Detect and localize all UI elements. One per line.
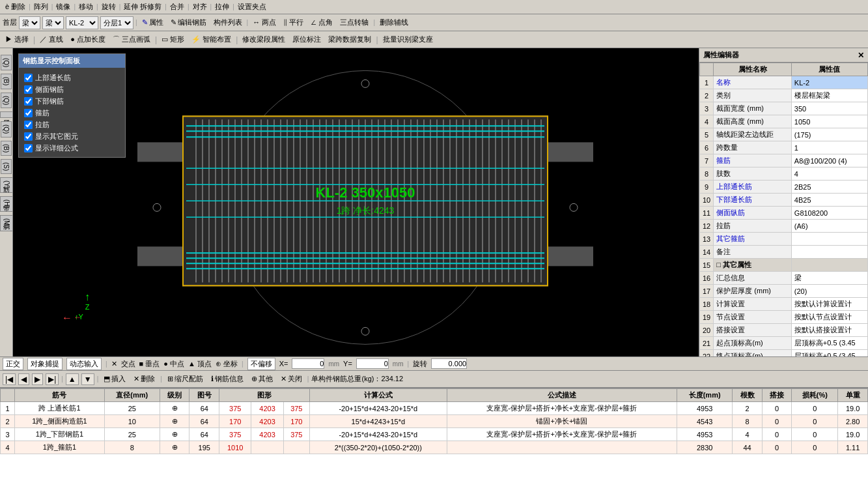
btn-insert[interactable]: ⬒ 插入 — [101, 373, 128, 384]
left-tab-belt[interactable]: 带(H) — [0, 196, 13, 212]
prop-val[interactable]: A8@100/200 (4) — [791, 154, 867, 167]
btn-batch-identify[interactable]: 批量识别梁支座 — [380, 34, 436, 45]
prop-val[interactable]: (20) — [791, 285, 867, 298]
btn-other[interactable]: ⊕ 其他 — [249, 373, 275, 384]
prop-val[interactable]: G8108200 — [791, 207, 867, 220]
left-tab-wall[interactable]: 层墙 — [0, 111, 13, 118]
btn-point-angle[interactable]: ∠ 点角 — [308, 17, 335, 28]
prop-val[interactable] — [791, 233, 867, 246]
left-tab-muscle[interactable]: 肌(M) — [0, 215, 13, 231]
snap-midpoint2[interactable]: ● 中点 — [163, 359, 184, 369]
btn-properties[interactable]: ✎ 属性 — [139, 17, 166, 28]
x-input[interactable] — [292, 358, 324, 369]
prop-val[interactable]: 1 — [791, 141, 867, 154]
prop-val[interactable]: 按默认搭接设置计 — [791, 324, 867, 337]
prop-val[interactable]: 按默认计算设置计 — [791, 298, 867, 311]
btn-smart-layout[interactable]: ⚡ 智能布置 — [189, 34, 234, 45]
prop-val[interactable]: 按默认节点设置计 — [791, 311, 867, 324]
beam-type-select[interactable]: 梁 — [42, 16, 64, 29]
checkbox-upper-bar[interactable]: 上部通长筋 — [24, 73, 120, 83]
nav-up[interactable]: ▲ — [66, 373, 79, 385]
toolbar-mirror[interactable]: 镜像 — [53, 1, 73, 12]
prop-val[interactable]: 楼层框架梁 — [791, 89, 867, 102]
left-tab-s[interactable]: (S) — [1, 159, 12, 174]
toolbar-merge[interactable]: 合并 — [167, 1, 187, 12]
nav-next[interactable]: ▶ — [32, 373, 43, 385]
prop-val[interactable]: 1050 — [791, 115, 867, 128]
nav-prev[interactable]: ◀ — [18, 373, 29, 385]
toolbar-delete[interactable]: è 删除 — [3, 1, 28, 12]
left-tab-b2[interactable]: (B) — [1, 141, 12, 156]
checkbox-tie[interactable]: 拉筋 — [24, 120, 120, 130]
btn-point-length[interactable]: ● 点加长度 — [68, 34, 108, 45]
snap-mode[interactable]: 正交 — [3, 358, 23, 370]
toolbar-move[interactable]: 移动 — [76, 1, 96, 12]
btn-two-point[interactable]: ↔ 两点 — [250, 17, 279, 28]
snap-coord[interactable]: ⊕ 坐标 — [216, 359, 238, 369]
btn-line[interactable]: ／ 直线 — [37, 34, 66, 45]
prop-val[interactable] — [791, 259, 867, 272]
toolbar-rotate[interactable]: 旋转 — [99, 1, 119, 12]
checkbox-lower-bar[interactable]: 下部钢筋 — [24, 96, 120, 106]
prop-name: 备注 — [714, 246, 792, 259]
prop-name: 肢数 — [714, 167, 792, 181]
checkbox-stirrup[interactable]: 箍筋 — [24, 108, 120, 118]
btn-three-point-axis[interactable]: 三点转轴 — [337, 17, 371, 28]
prop-val[interactable]: (A6) — [791, 220, 867, 233]
checkbox-side-bar[interactable]: 侧面钢筋 — [24, 85, 120, 94]
left-tab-b1[interactable]: (B) — [1, 74, 12, 89]
checkbox-formula[interactable]: 显示详细公式 — [24, 143, 120, 153]
left-tab-q2[interactable]: (Q) — [1, 93, 12, 108]
floor-select[interactable]: 梁 — [19, 16, 40, 29]
btn-delete-aux[interactable]: 删除辅线 — [377, 17, 411, 28]
btn-edit-rebar[interactable]: ✎ 编辑钢筋 — [168, 17, 209, 28]
prop-val[interactable] — [791, 246, 867, 259]
beam-id-select[interactable]: KL-2 — [66, 16, 98, 29]
btn-rect[interactable]: ▭ 矩形 — [159, 34, 187, 45]
nav-down[interactable]: ▼ — [81, 373, 94, 385]
snap-vertex[interactable]: ▲ 顶点 — [188, 359, 212, 369]
toolbar-array[interactable]: 阵列 — [31, 1, 51, 12]
nav-next-next[interactable]: ▶| — [46, 373, 59, 385]
y-input[interactable] — [356, 358, 389, 369]
btn-component-list[interactable]: 构件列表 — [211, 17, 245, 28]
toolbar-extend[interactable]: 延伸 拆修剪 — [121, 1, 164, 12]
btn-in-place-mark[interactable]: 原位标注 — [290, 34, 324, 45]
btn-span-copy[interactable]: 梁跨数据复制 — [326, 34, 374, 45]
layer-select[interactable]: 分层1 — [100, 16, 133, 29]
rotate-input[interactable] — [431, 358, 467, 369]
left-tab-rebar[interactable]: 筋(Y) — [0, 177, 13, 192]
btn-parallel[interactable]: ∥ 平行 — [281, 17, 306, 28]
prop-val[interactable]: 层顶标高+0.5 (3.45 — [791, 337, 867, 350]
prop-val[interactable]: KL-2 — [791, 76, 867, 89]
prop-val[interactable]: 梁 — [791, 272, 867, 285]
snap-midpoint[interactable]: ■ 垂点 — [139, 359, 160, 369]
btn-modify-props[interactable]: 修改梁段属性 — [240, 34, 288, 45]
checkbox-other-elements[interactable]: 显示其它图元 — [24, 132, 120, 141]
close-icon[interactable]: ✕ — [858, 51, 864, 60]
prop-val[interactable]: 2B25 — [791, 181, 867, 194]
btn-close[interactable]: ✕ 关闭 — [278, 373, 305, 384]
snap-intersection[interactable]: 交点 — [121, 359, 135, 369]
btn-select[interactable]: ▶ 选择 — [3, 34, 31, 45]
prop-val[interactable]: 4B25 — [791, 194, 867, 207]
prop-val[interactable]: 350 — [791, 102, 867, 115]
object-capture[interactable]: 对象捕提 — [27, 358, 63, 370]
svg-point-74 — [153, 203, 161, 211]
dynamic-input[interactable]: 动态输入 — [66, 358, 102, 370]
btn-scale-rebar[interactable]: ⊞ 缩尺配筋 — [165, 373, 206, 384]
toolbar-align[interactable]: 对齐 — [190, 1, 210, 12]
prop-val[interactable]: (175) — [791, 128, 867, 141]
left-tab-q1[interactable]: (Q) — [1, 55, 12, 70]
toolbar-stretch[interactable]: 拉伸 — [212, 1, 232, 12]
btn-rebar-info[interactable]: ℹ 钢筋信息 — [208, 373, 246, 384]
btn-delete-row[interactable]: ✕ 删除 — [131, 373, 158, 384]
nav-prev-prev[interactable]: |◀ — [3, 373, 16, 385]
btn-three-arc[interactable]: ⌒ 三点画弧 — [110, 34, 153, 45]
prop-val[interactable]: 层顶标高+0.5 (3.45 — [791, 350, 867, 357]
snap-type[interactable]: 不偏移 — [247, 358, 275, 370]
left-tab-q3[interactable]: (Q) — [1, 121, 12, 137]
viewport[interactable]: 钢筋显示控制面板 上部通长筋 侧面钢筋 下部钢筋 箍筋 拉筋 显示其它图元 显示… — [13, 48, 699, 356]
prop-val[interactable]: 4 — [791, 167, 867, 181]
toolbar-setgrip[interactable]: 设置夹点 — [235, 1, 269, 12]
